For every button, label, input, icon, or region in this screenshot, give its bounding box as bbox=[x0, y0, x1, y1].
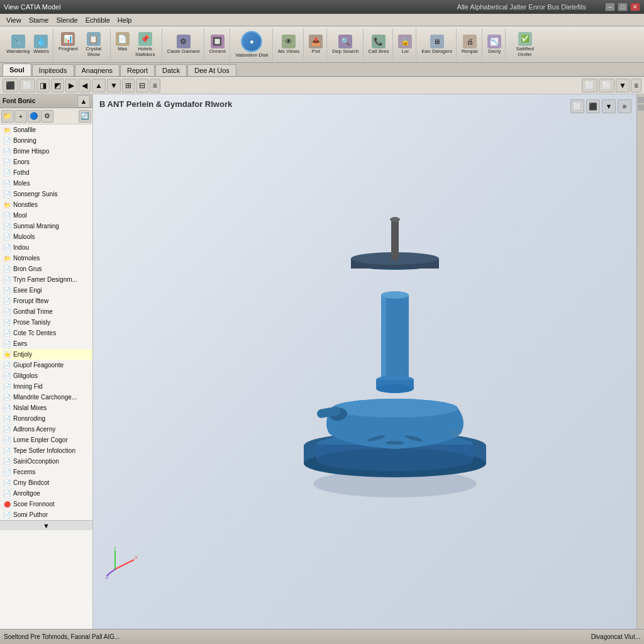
sidebar-item-indou[interactable]: 📄 Indou bbox=[0, 242, 92, 253]
tab-inpiteods[interactable]: Inpiteods bbox=[32, 64, 74, 76]
sidebar-scroll-down[interactable]: ▼ bbox=[0, 520, 92, 530]
toolbar-btn-pixt[interactable]: 📤 Pixt bbox=[308, 34, 324, 55]
sidebar-item-prose[interactable]: 📄 Prose Tanisly bbox=[0, 317, 92, 328]
sidebar-item-mulools[interactable]: 📄 Mulools bbox=[0, 231, 92, 242]
sidebar-item-ewrs[interactable]: 📄 Ewrs bbox=[0, 338, 92, 349]
minimize-button[interactable]: ─ bbox=[605, 3, 615, 11]
sidebar-item-enors[interactable]: 📄 Enors bbox=[0, 157, 92, 167]
sec-btn-11[interactable]: ≡ bbox=[150, 79, 160, 92]
sidebar-item-tepe[interactable]: 📄 Tepe Sotler Infoloction bbox=[0, 445, 92, 456]
menu-item-help[interactable]: Help bbox=[114, 16, 136, 25]
toolbar-btn-dep-search[interactable]: 🔍 Dep Search bbox=[331, 34, 360, 55]
sec-btn-6[interactable]: ◀ bbox=[79, 79, 91, 92]
sidebar-item-anroltgoe[interactable]: 📄 Anroltgoe bbox=[0, 488, 92, 499]
sidebar-item-moles[interactable]: 📄 Moles bbox=[0, 178, 92, 189]
vp-ctrl-settings[interactable]: ≡ bbox=[618, 99, 631, 113]
sec-btn-7[interactable]: ▲ bbox=[92, 79, 106, 92]
x-axis-label: X bbox=[135, 555, 137, 560]
tab-soul[interactable]: Soul bbox=[3, 64, 31, 76]
sec-btn-right-2[interactable]: ⬜ bbox=[599, 79, 614, 92]
sidebar-item-esee[interactable]: 📄 Esee Engi bbox=[0, 285, 92, 296]
menu-item-slende[interactable]: Slende bbox=[52, 16, 81, 25]
sidebar-item-glitgolos[interactable]: 📄 Glitgolos bbox=[0, 370, 92, 381]
menu-item-view[interactable]: View bbox=[3, 16, 25, 25]
sidebar-item-somi[interactable]: 📄 Somi Puthor bbox=[0, 509, 92, 520]
sidebar-refresh-btn[interactable]: 🔄 bbox=[79, 110, 91, 123]
sidebar-item-saini[interactable]: 📄 SainiOcconption bbox=[0, 456, 92, 467]
sidebar-item-mool[interactable]: 📄 Mool bbox=[0, 210, 92, 221]
sidebar-item-nislal[interactable]: 📄 Nislal Mixes bbox=[0, 402, 92, 413]
sec-btn-10[interactable]: ⊟ bbox=[136, 79, 148, 92]
toolbar-btn-saltified[interactable]: ✅ Saltified Omfer bbox=[509, 31, 540, 58]
sidebar-item-sonsengr[interactable]: 📄 Sonsengr Sunis bbox=[0, 189, 92, 199]
toolbar-btn-calt[interactable]: 📞 Calt Bres bbox=[367, 34, 391, 55]
tab-datck[interactable]: Datck bbox=[155, 64, 187, 76]
sec-btn-8[interactable]: ▼ bbox=[107, 79, 121, 92]
maximize-button[interactable]: □ bbox=[618, 3, 628, 11]
tab-dee-at-uos[interactable]: Dee At Uos bbox=[187, 64, 236, 76]
sec-btn-2[interactable]: ⬜ bbox=[19, 79, 35, 92]
sidebar-item-cote[interactable]: 📄 Cote Tc Dentes bbox=[0, 328, 92, 338]
sidebar-item-lome[interactable]: 📄 Lome Enpler Cogor bbox=[0, 435, 92, 445]
sec-btn-9[interactable]: ⊞ bbox=[122, 79, 135, 92]
toolbar-btn-wanderloy[interactable]: 🔧 Wanderloy bbox=[5, 34, 31, 55]
sidebar: Font Bonic ▲ 📁 + 🔵 ⚙ 🔄 📁 Sonafile 📄 Bonn… bbox=[0, 94, 93, 629]
toolbar-btn-waters[interactable]: 💧 Waters bbox=[32, 34, 50, 55]
sec-btn-3[interactable]: ◨ bbox=[36, 79, 50, 92]
toolbar-btn-onnent[interactable]: 🔲 Onnent bbox=[208, 34, 227, 55]
sec-btn-right-1[interactable]: ⬜ bbox=[582, 79, 597, 92]
tab-report[interactable]: Report bbox=[120, 64, 155, 76]
toolbar-btn-lor[interactable]: 🔒 Lor bbox=[397, 34, 413, 55]
sidebar-tool-1[interactable]: 📁 bbox=[1, 110, 14, 123]
tab-anaqnens[interactable]: Anaqnens bbox=[75, 64, 120, 76]
sidebar-tool-3[interactable]: 🔵 bbox=[28, 110, 40, 123]
sidebar-item-nonstles[interactable]: 📁 Nonstles bbox=[0, 199, 92, 210]
sidebar-item-fothd[interactable]: 📄 Fothd bbox=[0, 167, 92, 178]
sidebar-item-adlrons[interactable]: 📄 Adlrons Acerny bbox=[0, 424, 92, 435]
sidebar-scroll-up[interactable]: ▲ bbox=[77, 95, 90, 108]
toolbar-btn-vabostion[interactable]: ● Vabostion Disk bbox=[234, 30, 270, 58]
right-panel-btn-1[interactable] bbox=[638, 97, 644, 103]
sidebar-item-brime[interactable]: 📄 Brime Htispo bbox=[0, 146, 92, 157]
toolbar-btn-progrant[interactable]: 📊 Progrant bbox=[57, 31, 79, 58]
sidebar-item-scoe[interactable]: 🔴 Scoe Fronnoot bbox=[0, 499, 92, 509]
sec-btn-right-3[interactable]: ▼ bbox=[616, 79, 630, 92]
sidebar-item-notmoles[interactable]: 📁 Notmoles bbox=[0, 253, 92, 264]
toolbar-btn-mas[interactable]: 📄 Mas bbox=[114, 31, 131, 58]
menu-item-echtible[interactable]: Echtible bbox=[82, 16, 114, 25]
sidebar-item-ronsroding[interactable]: 📄 Ronsroding bbox=[0, 413, 92, 424]
vp-ctrl-perspective[interactable]: ⬜ bbox=[570, 99, 584, 113]
toolbar-btn-decly[interactable]: 📉 Decly bbox=[486, 34, 502, 55]
sidebar-item-entjoly[interactable]: ⭐ Entjoly bbox=[0, 349, 92, 360]
vp-ctrl-down[interactable]: ▼ bbox=[602, 99, 616, 113]
sidebar-item-bonning[interactable]: 📄 Bonning bbox=[0, 135, 92, 146]
sec-btn-right-4[interactable]: ≡ bbox=[631, 79, 641, 92]
sidebar-item-frorupt[interactable]: 📄 Frorupt Iftew bbox=[0, 296, 92, 306]
toolbar-btn-ean[interactable]: 🖥 Ean Delogers bbox=[420, 34, 453, 55]
sidebar-item-bron[interactable]: 📄 Bron Grus bbox=[0, 264, 92, 274]
toolbar-btn-als-views[interactable]: 👁 Als Views bbox=[277, 34, 301, 55]
sidebar-item-sunmal[interactable]: 📄 Sunmal Mraning bbox=[0, 221, 92, 231]
toolbar-btn-crystal[interactable]: 📋 Crystal Show bbox=[80, 31, 108, 58]
viewport[interactable]: B ANT Perlein & Gymdafor Rlwork bbox=[93, 94, 636, 629]
sidebar-item-mlandrite[interactable]: 📄 Mlandrite Carchonge... bbox=[0, 392, 92, 402]
sidebar-item-giupof[interactable]: 📄 Giupof Feagoonte bbox=[0, 360, 92, 370]
close-button[interactable]: ✕ bbox=[630, 3, 640, 11]
toolbar-btn-caste[interactable]: ⚙ Caste Gamere bbox=[166, 34, 201, 55]
sidebar-item-tryn[interactable]: 📄 Tryn Famer Designm... bbox=[0, 274, 92, 285]
sec-btn-5[interactable]: ▶ bbox=[65, 79, 77, 92]
toolbar-btn-renpar[interactable]: 🖨 Renpar bbox=[460, 34, 479, 55]
sidebar-item-imning[interactable]: 📄 Imning Fid bbox=[0, 381, 92, 392]
sec-btn-4[interactable]: ◩ bbox=[51, 79, 64, 92]
menu-item-stame[interactable]: Stame bbox=[25, 16, 53, 25]
vp-ctrl-ortho[interactable]: ⬛ bbox=[586, 99, 600, 113]
sec-btn-1[interactable]: ⬛ bbox=[3, 79, 18, 92]
sidebar-item-crny[interactable]: 📄 Crny Bindcot bbox=[0, 477, 92, 488]
sidebar-item-gonthal[interactable]: 📄 Gonthal Trime bbox=[0, 306, 92, 317]
sidebar-tool-4[interactable]: ⚙ bbox=[41, 110, 53, 123]
toolbar-btn-hotels[interactable]: 📌 Hotels Stafidors bbox=[131, 31, 159, 58]
sidebar-tool-2[interactable]: + bbox=[14, 110, 27, 123]
sidebar-item-fecems[interactable]: 📄 Fecems bbox=[0, 467, 92, 477]
sidebar-item-sonafile[interactable]: 📁 Sonafile bbox=[0, 125, 92, 135]
right-panel-btn-2[interactable] bbox=[638, 104, 644, 111]
